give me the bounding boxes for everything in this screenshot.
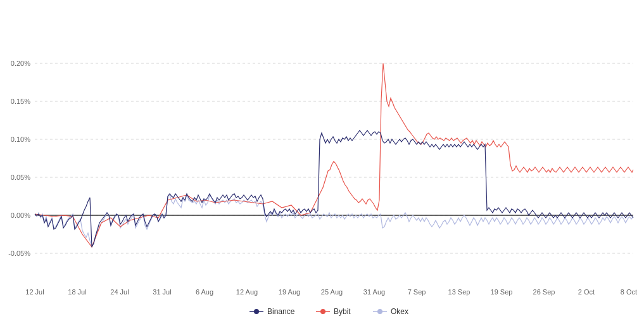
y-label-020: 0.20%	[11, 60, 30, 67]
binance-line	[35, 130, 633, 247]
x-label-6aug: 6 Aug	[196, 288, 213, 296]
x-label-31aug: 31 Aug	[363, 288, 385, 296]
chart-container: 0.20% 0.15% 0.10% 0.05% 0.00% -0.05% 12 …	[0, 0, 644, 328]
bybit-legend-label: Bybit	[334, 307, 351, 316]
x-label-8oct: 8 Oct	[621, 288, 637, 296]
x-label-25aug: 25 Aug	[321, 288, 343, 296]
y-label-015: 0.15%	[11, 98, 30, 105]
x-label-13sep: 13 Sep	[448, 288, 470, 296]
x-label-2oct: 2 Oct	[578, 288, 595, 296]
y-label-neg005: -0.05%	[8, 249, 30, 257]
y-label-005: 0.05%	[11, 173, 30, 181]
binance-legend-label: Binance	[267, 307, 295, 316]
x-label-12aug: 12 Aug	[236, 288, 258, 296]
okex-line	[35, 195, 633, 247]
x-label-12jul: 12 Jul	[25, 288, 44, 296]
x-label-24jul: 24 Jul	[110, 288, 129, 296]
x-label-26sep: 26 Sep	[533, 288, 555, 296]
x-label-7sep: 7 Sep	[408, 288, 426, 296]
x-label-18jul: 18 Jul	[68, 288, 86, 296]
y-label-000: 0.00%	[11, 211, 30, 219]
x-label-19sep: 19 Sep	[491, 288, 513, 296]
x-label-31jul: 31 Jul	[153, 288, 171, 296]
x-label-19aug: 19 Aug	[279, 288, 300, 296]
okex-legend-label: Okex	[391, 307, 408, 316]
y-label-010: 0.10%	[11, 136, 30, 143]
